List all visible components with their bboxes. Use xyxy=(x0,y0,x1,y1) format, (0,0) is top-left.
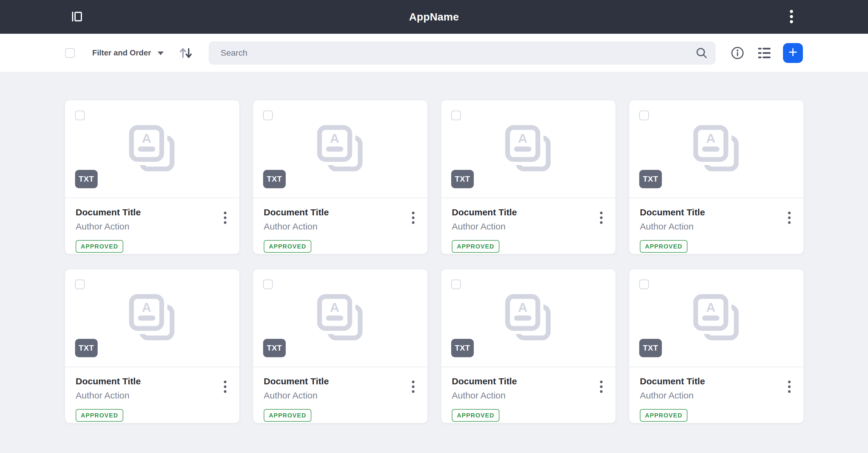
status-badge: APPROVED xyxy=(264,240,311,253)
document-subtitle: Author Action xyxy=(264,221,417,232)
document-title: Document Title xyxy=(452,207,605,218)
sort-direction-button[interactable] xyxy=(179,47,193,59)
card-grid: A TXT Document Title Author Action APPRO… xyxy=(0,72,868,423)
document-card[interactable]: A TXT Document Title Author Action APPRO… xyxy=(253,269,428,423)
file-type-badge: TXT xyxy=(451,339,474,357)
kebab-menu-icon xyxy=(412,212,415,224)
document-subtitle: Author Action xyxy=(452,221,605,232)
svg-text:A: A xyxy=(142,131,151,145)
svg-text:A: A xyxy=(706,300,715,314)
document-title: Document Title xyxy=(264,376,417,386)
card-info: Document Title Author Action APPROVED xyxy=(441,367,615,423)
document-card[interactable]: A TXT Document Title Author Action APPRO… xyxy=(441,269,616,423)
file-type-badge: TXT xyxy=(639,170,662,188)
card-preview: A TXT xyxy=(441,269,615,367)
card-select-checkbox[interactable] xyxy=(75,280,85,289)
document-copy-icon: A xyxy=(690,123,742,175)
card-menu-button[interactable] xyxy=(596,209,607,227)
card-info: Document Title Author Action APPROVED xyxy=(65,198,239,254)
document-copy-icon: A xyxy=(314,123,366,175)
card-menu-button[interactable] xyxy=(596,378,607,396)
app-title: AppName xyxy=(409,11,459,23)
card-select-checkbox[interactable] xyxy=(263,280,273,289)
card-menu-button[interactable] xyxy=(220,378,230,396)
card-menu-button[interactable] xyxy=(784,378,795,396)
card-select-checkbox[interactable] xyxy=(451,280,461,289)
search-field xyxy=(209,41,715,64)
side-panel-button[interactable] xyxy=(71,10,83,24)
svg-text:A: A xyxy=(330,300,339,314)
file-type-badge: TXT xyxy=(263,170,286,188)
search-button[interactable] xyxy=(695,47,708,59)
info-icon xyxy=(731,46,744,60)
card-select-checkbox[interactable] xyxy=(639,280,649,289)
status-badge: APPROVED xyxy=(76,240,123,253)
card-info: Document Title Author Action APPROVED xyxy=(65,367,239,423)
document-title: Document Title xyxy=(640,207,793,218)
document-card[interactable]: A TXT Document Title Author Action APPRO… xyxy=(441,100,616,254)
svg-text:A: A xyxy=(330,131,339,145)
kebab-menu-icon xyxy=(412,380,415,393)
card-menu-button[interactable] xyxy=(784,209,795,227)
card-preview: A TXT xyxy=(629,269,804,367)
list-view-button[interactable] xyxy=(758,47,771,59)
card-select-checkbox[interactable] xyxy=(75,110,85,120)
card-preview: A TXT xyxy=(253,100,427,198)
file-type-badge: TXT xyxy=(75,339,98,357)
card-menu-button[interactable] xyxy=(408,209,418,227)
status-badge: APPROVED xyxy=(452,409,499,422)
document-card[interactable]: A TXT Document Title Author Action APPRO… xyxy=(65,269,240,423)
document-title: Document Title xyxy=(264,207,417,218)
add-button[interactable]: + xyxy=(783,43,803,63)
overflow-menu-button[interactable] xyxy=(788,7,795,27)
select-all-checkbox[interactable] xyxy=(65,48,75,58)
svg-text:A: A xyxy=(706,131,715,145)
document-card[interactable]: A TXT Document Title Author Action APPRO… xyxy=(629,100,804,254)
kebab-menu-icon xyxy=(600,380,603,393)
document-card[interactable]: A TXT Document Title Author Action APPRO… xyxy=(253,100,428,254)
document-subtitle: Author Action xyxy=(640,390,793,400)
card-menu-button[interactable] xyxy=(408,378,418,396)
document-subtitle: Author Action xyxy=(76,221,229,232)
document-title: Document Title xyxy=(76,376,229,386)
side-panel-icon xyxy=(71,10,83,23)
document-title: Document Title xyxy=(76,207,229,218)
filter-order-label: Filter and Order xyxy=(92,48,151,58)
document-subtitle: Author Action xyxy=(76,390,229,400)
document-subtitle: Author Action xyxy=(264,390,417,400)
card-menu-button[interactable] xyxy=(220,209,230,227)
caret-down-icon xyxy=(158,52,164,55)
card-select-checkbox[interactable] xyxy=(451,110,461,120)
card-info: Document Title Author Action APPROVED xyxy=(253,367,427,423)
kebab-menu-icon xyxy=(788,212,791,224)
search-input[interactable] xyxy=(209,41,715,64)
card-select-checkbox[interactable] xyxy=(639,110,649,120)
kebab-menu-icon xyxy=(789,10,793,24)
kebab-menu-icon xyxy=(600,212,603,224)
file-type-badge: TXT xyxy=(451,170,474,188)
card-select-checkbox[interactable] xyxy=(263,110,273,120)
info-button[interactable] xyxy=(731,46,744,60)
file-type-badge: TXT xyxy=(263,339,286,357)
status-badge: APPROVED xyxy=(640,409,687,422)
document-card[interactable]: A TXT Document Title Author Action APPRO… xyxy=(629,269,804,423)
card-info: Document Title Author Action APPROVED xyxy=(253,198,427,254)
topbar: AppName xyxy=(0,0,868,34)
svg-text:A: A xyxy=(518,300,527,314)
svg-text:A: A xyxy=(142,300,151,314)
document-copy-icon: A xyxy=(690,292,742,344)
document-title: Document Title xyxy=(452,376,605,386)
document-title: Document Title xyxy=(640,376,793,386)
filter-order-dropdown[interactable]: Filter and Order xyxy=(92,48,164,58)
card-info: Document Title Author Action APPROVED xyxy=(629,367,804,423)
search-icon xyxy=(695,47,708,59)
document-copy-icon: A xyxy=(502,123,554,175)
toolbar: Filter and Order xyxy=(0,34,868,72)
kebab-menu-icon xyxy=(224,380,227,393)
file-type-badge: TXT xyxy=(639,339,662,357)
kebab-menu-icon xyxy=(788,380,791,393)
status-badge: APPROVED xyxy=(76,409,123,422)
card-info: Document Title Author Action APPROVED xyxy=(629,198,804,254)
card-info: Document Title Author Action APPROVED xyxy=(441,198,615,254)
document-card[interactable]: A TXT Document Title Author Action APPRO… xyxy=(65,100,240,254)
